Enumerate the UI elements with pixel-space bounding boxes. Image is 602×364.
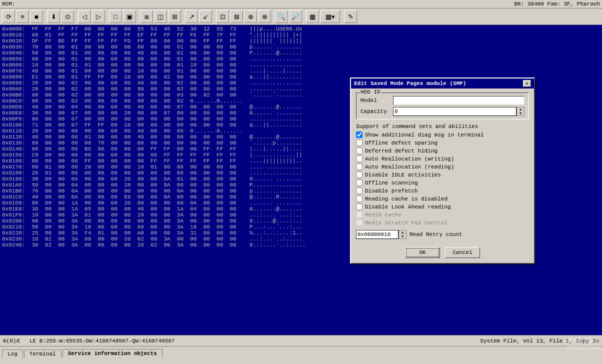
checkbox-label-cb1: Show additional diag msg in terminal xyxy=(365,132,484,138)
capacity-label: Capacity xyxy=(360,108,393,114)
checkbox-row-cb8: Disable prefetch xyxy=(356,188,529,194)
checkbox-cb11[interactable] xyxy=(356,212,362,218)
checkbox-cb4[interactable] xyxy=(356,156,362,162)
checkbox-row-cb10: Disable Look Ahead reading xyxy=(356,204,529,210)
checkbox-cb10[interactable] xyxy=(356,204,362,210)
checkbox-row-cb9: Reading cache is disabled xyxy=(356,196,529,202)
spin-down[interactable]: ▼ xyxy=(517,112,524,116)
checkbox-label-cb2: Offline defect sparing xyxy=(365,140,438,146)
retry-label: Read Retry count xyxy=(410,232,462,238)
checkbox-row-cb4: Auto Reallocation (writing) xyxy=(356,156,529,162)
checkbox-row-cb7: Offline scanning xyxy=(356,180,529,186)
checkbox-cb2[interactable] xyxy=(356,140,362,146)
checkbox-label-cb5: Auto Reallocation (reading) xyxy=(365,164,454,170)
modal-overlay: Edit Saved Mode Pages module (SMP) ✕ HDD… xyxy=(0,0,602,364)
checkbox-row-cb5: Auto Reallocation (reading) xyxy=(356,164,529,170)
checkbox-cb3[interactable] xyxy=(356,148,362,154)
capacity-input[interactable] xyxy=(393,107,516,116)
checkbox-row-cb1: Show additional diag msg in terminal xyxy=(356,132,529,138)
checkbox-label-cb9: Reading cache is disabled xyxy=(365,196,448,202)
checkbox-cb9[interactable] xyxy=(356,196,362,202)
checkbox-label-cb3: Deferred defect hiding xyxy=(365,148,438,154)
checkbox-label-cb11: Media Cache xyxy=(365,212,402,218)
section-label: Support of command sets and abilities xyxy=(356,124,529,130)
dialog-content: HDD ID Model Capacity ▲ ▼ Support of com… xyxy=(351,88,534,245)
checkbox-cb5[interactable] xyxy=(356,164,362,170)
hex-input[interactable] xyxy=(356,230,398,239)
checkbox-label-cb4: Auto Reallocation (writing) xyxy=(365,156,454,162)
checkbox-cb1[interactable] xyxy=(356,132,362,138)
checkbox-label-cb10: Disable Look Ahead reading xyxy=(365,204,451,210)
close-icon: ✕ xyxy=(526,80,528,86)
hex-spinner[interactable]: ▲ ▼ xyxy=(398,230,406,239)
checkbox-cb12[interactable] xyxy=(356,220,362,226)
checkbox-row-cb3: Deferred defect hiding xyxy=(356,148,529,154)
dialog-buttons: OK Cancel xyxy=(351,245,534,263)
checkbox-label-cb12: Media Scratch Pad Control xyxy=(365,220,448,226)
cancel-button[interactable]: Cancel xyxy=(445,247,480,258)
dialog-title: Edit Saved Mode Pages module (SMP) xyxy=(354,80,466,86)
hex-row: ▲ ▼ Read Retry count xyxy=(356,230,529,239)
checkbox-cb7[interactable] xyxy=(356,180,362,186)
checkbox-row-cb11: Media Cache xyxy=(356,212,529,218)
checkbox-cb8[interactable] xyxy=(356,188,362,194)
hdd-id-label: HDD ID xyxy=(360,89,382,95)
model-label: Model xyxy=(360,98,393,104)
capacity-spinner[interactable]: ▲ ▼ xyxy=(516,107,524,116)
hdd-id-group: HDD ID Model Capacity ▲ ▼ xyxy=(356,92,529,120)
model-input[interactable] xyxy=(393,96,524,105)
model-row: Model xyxy=(360,96,524,105)
spin-up[interactable]: ▲ xyxy=(517,108,524,112)
capacity-row: Capacity ▲ ▼ xyxy=(360,107,524,116)
checkbox-row-cb6: Disable IDLE activities xyxy=(356,172,529,178)
dialog-close-button[interactable]: ✕ xyxy=(523,80,531,87)
checkbox-row-cb12: Media Scratch Pad Control xyxy=(356,220,529,226)
hex-spin-up[interactable]: ▲ xyxy=(399,230,406,234)
checkbox-label-cb7: Offline scanning xyxy=(365,180,418,186)
hex-spin-down[interactable]: ▼ xyxy=(399,234,406,238)
checkboxes-container: Show additional diag msg in terminalOffl… xyxy=(356,132,529,226)
checkbox-label-cb8: Disable prefetch xyxy=(365,188,418,194)
dialog: Edit Saved Mode Pages module (SMP) ✕ HDD… xyxy=(350,78,535,264)
dialog-title-bar: Edit Saved Mode Pages module (SMP) ✕ xyxy=(351,78,534,88)
ok-button[interactable]: OK xyxy=(405,247,440,258)
checkbox-cb6[interactable] xyxy=(356,172,362,178)
checkbox-label-cb6: Disable IDLE activities xyxy=(365,172,441,178)
checkbox-row-cb2: Offline defect sparing xyxy=(356,140,529,146)
